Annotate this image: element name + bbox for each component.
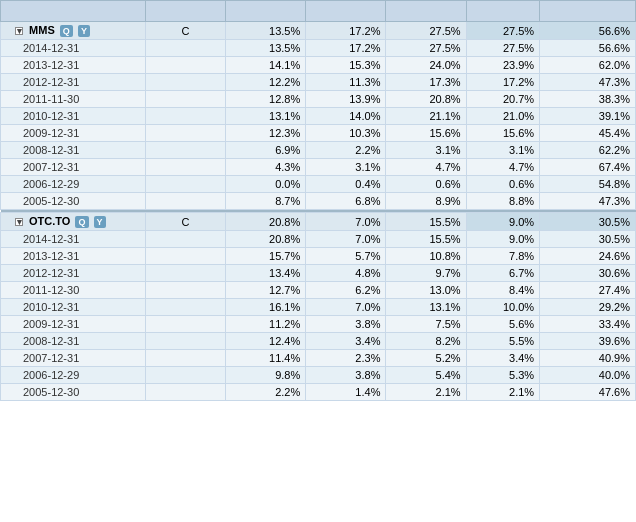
receivables-header[interactable] [540,1,636,22]
child-roic: 3.1% [466,142,540,159]
grade-cell-empty [145,57,225,74]
child-op-margin: 15.7% [226,248,306,265]
child-roe: 5.4% [386,367,466,384]
child-recv: 24.6% [540,248,636,265]
child-roa: 6.2% [306,282,386,299]
child-roic: 7.8% [466,248,540,265]
child-roe: 17.3% [386,74,466,91]
child-roe: 3.1% [386,142,466,159]
child-op-margin: 20.8% [226,231,306,248]
grade-cell-empty [145,299,225,316]
return-on-assets-header[interactable] [306,1,386,22]
child-row: 2007-12-31 4.3% 3.1% 4.7% 4.7% 67.4% [1,159,636,176]
date-cell: 2011-11-30 [1,91,146,108]
child-roa: 7.0% [306,299,386,316]
grade-cell-empty [145,316,225,333]
child-roic: 27.5% [466,40,540,57]
child-recv: 45.4% [540,125,636,142]
recv-cell: 56.6% [540,22,636,40]
op-margin-cell: 13.5% [226,22,306,40]
child-op-margin: 16.1% [226,299,306,316]
child-roa: 17.2% [306,40,386,57]
child-recv: 39.6% [540,333,636,350]
child-op-margin: 12.4% [226,333,306,350]
child-op-margin: 0.0% [226,176,306,193]
child-roic: 2.1% [466,384,540,401]
child-roa: 7.0% [306,231,386,248]
child-roe: 15.5% [386,231,466,248]
child-roic: 6.7% [466,265,540,282]
child-roic: 17.2% [466,74,540,91]
child-recv: 67.4% [540,159,636,176]
child-op-margin: 13.1% [226,108,306,125]
grade-cell-empty [145,176,225,193]
grade-cell-empty [145,282,225,299]
child-recv: 47.3% [540,74,636,91]
child-roa: 13.9% [306,91,386,108]
child-row: 2009-12-31 12.3% 10.3% 15.6% 15.6% 45.4% [1,125,636,142]
operating-margin-header[interactable] [226,1,306,22]
quarterly-badge[interactable]: Q [60,25,73,37]
op-margin-cell: 20.8% [226,213,306,231]
child-row: 2010-12-31 13.1% 14.0% 21.1% 21.0% 39.1% [1,108,636,125]
child-op-margin: 14.1% [226,57,306,74]
yearly-badge[interactable]: Y [78,25,90,37]
child-roe: 0.6% [386,176,466,193]
child-roa: 14.0% [306,108,386,125]
child-roa: 5.7% [306,248,386,265]
recv-cell: 30.5% [540,213,636,231]
ticker-name: MMS [29,24,55,36]
child-roic: 9.0% [466,231,540,248]
roa-cell: 7.0% [306,213,386,231]
child-roic: 20.7% [466,91,540,108]
child-roe: 2.1% [386,384,466,401]
ticker-name: OTC.TO [29,215,70,227]
child-op-margin: 12.7% [226,282,306,299]
date-cell: 2006-12-29 [1,367,146,384]
child-op-margin: 11.4% [226,350,306,367]
profitability-grade-header[interactable] [145,1,225,22]
child-roe: 24.0% [386,57,466,74]
child-op-margin: 2.2% [226,384,306,401]
child-row: 2005-12-30 8.7% 6.8% 8.9% 8.8% 47.3% [1,193,636,210]
return-on-equity-header[interactable] [386,1,466,22]
child-roa: 4.8% [306,265,386,282]
child-recv: 56.6% [540,40,636,57]
grade-cell-empty [145,142,225,159]
child-roic: 15.6% [466,125,540,142]
child-roe: 8.2% [386,333,466,350]
grade-cell: C [145,22,225,40]
yearly-badge[interactable]: Y [94,216,106,228]
child-roe: 9.7% [386,265,466,282]
collapse-icon[interactable]: ▾ [15,218,23,226]
child-row: 2014-12-31 13.5% 17.2% 27.5% 27.5% 56.6% [1,40,636,57]
grade-cell-empty [145,40,225,57]
date-cell: 2009-12-31 [1,316,146,333]
ticker-header[interactable] [1,1,146,22]
collapse-icon[interactable]: ▾ [15,27,23,35]
date-cell: 2010-12-31 [1,108,146,125]
date-cell: 2012-12-31 [1,74,146,91]
child-roic: 0.6% [466,176,540,193]
roic-header[interactable] [466,1,540,22]
child-roe: 13.0% [386,282,466,299]
grade-cell-empty [145,74,225,91]
quarterly-badge[interactable]: Q [75,216,88,228]
child-row: 2012-12-31 13.4% 4.8% 9.7% 6.7% 30.6% [1,265,636,282]
child-row: 2014-12-31 20.8% 7.0% 15.5% 9.0% 30.5% [1,231,636,248]
child-recv: 33.4% [540,316,636,333]
child-op-margin: 12.2% [226,74,306,91]
child-row: 2013-12-31 15.7% 5.7% 10.8% 7.8% 24.6% [1,248,636,265]
child-roic: 23.9% [466,57,540,74]
date-cell: 2014-12-31 [1,40,146,57]
child-roic: 5.6% [466,316,540,333]
child-recv: 54.8% [540,176,636,193]
child-row: 2011-11-30 12.8% 13.9% 20.8% 20.7% 38.3% [1,91,636,108]
date-cell: 2007-12-31 [1,350,146,367]
roic-cell: 27.5% [466,22,540,40]
child-roe: 20.8% [386,91,466,108]
roe-cell: 15.5% [386,213,466,231]
child-row: 2008-12-31 12.4% 3.4% 8.2% 5.5% 39.6% [1,333,636,350]
child-op-margin: 13.4% [226,265,306,282]
child-roic: 5.3% [466,367,540,384]
